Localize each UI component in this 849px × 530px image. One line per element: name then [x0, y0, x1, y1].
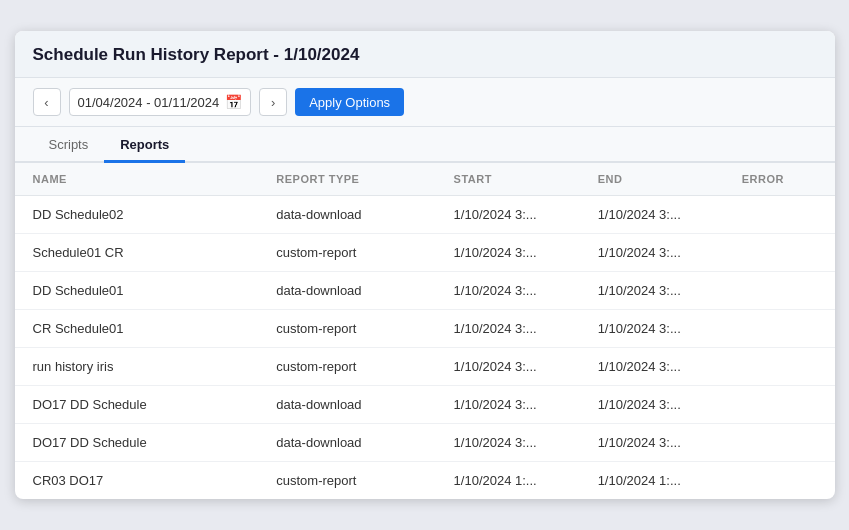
cell-name-2: DD Schedule01: [15, 272, 259, 310]
cell-end-7: 1/10/2024 1:...: [580, 462, 724, 500]
col-header-error: ERROR: [724, 163, 835, 196]
table-row[interactable]: Schedule01 CRcustom-report1/10/2024 3:..…: [15, 234, 835, 272]
cell-name-0: DD Schedule02: [15, 196, 259, 234]
cell-report_type-1: custom-report: [258, 234, 435, 272]
cell-end-1: 1/10/2024 3:...: [580, 234, 724, 272]
cell-end-3: 1/10/2024 3:...: [580, 310, 724, 348]
next-icon: ›: [271, 95, 275, 110]
apply-options-button[interactable]: Apply Options: [295, 88, 404, 116]
calendar-icon: 📅: [225, 94, 242, 110]
cell-start-6: 1/10/2024 3:...: [436, 424, 580, 462]
cell-error-0: [724, 196, 835, 234]
table-row[interactable]: DD Schedule01data-download1/10/2024 3:..…: [15, 272, 835, 310]
cell-report_type-7: custom-report: [258, 462, 435, 500]
page-title: Schedule Run History Report - 1/10/2024: [33, 45, 817, 65]
table-row[interactable]: run history iriscustom-report1/10/2024 3…: [15, 348, 835, 386]
prev-button[interactable]: ‹: [33, 88, 61, 116]
cell-start-7: 1/10/2024 1:...: [436, 462, 580, 500]
cell-report_type-2: data-download: [258, 272, 435, 310]
cell-error-1: [724, 234, 835, 272]
cell-start-5: 1/10/2024 3:...: [436, 386, 580, 424]
cell-start-1: 1/10/2024 3:...: [436, 234, 580, 272]
tabs-bar: Scripts Reports: [15, 127, 835, 163]
cell-error-2: [724, 272, 835, 310]
cell-report_type-5: data-download: [258, 386, 435, 424]
cell-error-3: [724, 310, 835, 348]
cell-error-7: [724, 462, 835, 500]
cell-name-6: DO17 DD Schedule: [15, 424, 259, 462]
prev-icon: ‹: [44, 95, 48, 110]
table-row[interactable]: DD Schedule02data-download1/10/2024 3:..…: [15, 196, 835, 234]
cell-end-6: 1/10/2024 3:...: [580, 424, 724, 462]
table-row[interactable]: CR03 DO17custom-report1/10/2024 1:...1/1…: [15, 462, 835, 500]
table-row[interactable]: CR Schedule01custom-report1/10/2024 3:..…: [15, 310, 835, 348]
cell-name-3: CR Schedule01: [15, 310, 259, 348]
cell-start-3: 1/10/2024 3:...: [436, 310, 580, 348]
cell-start-4: 1/10/2024 3:...: [436, 348, 580, 386]
cell-name-5: DO17 DD Schedule: [15, 386, 259, 424]
cell-name-1: Schedule01 CR: [15, 234, 259, 272]
tab-reports[interactable]: Reports: [104, 127, 185, 163]
next-button[interactable]: ›: [259, 88, 287, 116]
col-header-report-type: REPORT TYPE: [258, 163, 435, 196]
cell-start-0: 1/10/2024 3:...: [436, 196, 580, 234]
table-container: NAME REPORT TYPE START END ERROR DD Sche…: [15, 163, 835, 499]
tab-scripts[interactable]: Scripts: [33, 127, 105, 163]
cell-name-7: CR03 DO17: [15, 462, 259, 500]
cell-end-4: 1/10/2024 3:...: [580, 348, 724, 386]
cell-start-2: 1/10/2024 3:...: [436, 272, 580, 310]
cell-end-2: 1/10/2024 3:...: [580, 272, 724, 310]
table-row[interactable]: DO17 DD Scheduledata-download1/10/2024 3…: [15, 424, 835, 462]
date-range-display[interactable]: 01/04/2024 - 01/11/2024 📅: [69, 88, 252, 116]
cell-error-4: [724, 348, 835, 386]
date-range-text: 01/04/2024 - 01/11/2024: [78, 95, 220, 110]
col-header-start: START: [436, 163, 580, 196]
cell-name-4: run history iris: [15, 348, 259, 386]
cell-report_type-3: custom-report: [258, 310, 435, 348]
cell-end-0: 1/10/2024 3:...: [580, 196, 724, 234]
cell-error-5: [724, 386, 835, 424]
table-header-row: NAME REPORT TYPE START END ERROR: [15, 163, 835, 196]
cell-end-5: 1/10/2024 3:...: [580, 386, 724, 424]
toolbar: ‹ 01/04/2024 - 01/11/2024 📅 › Apply Opti…: [15, 78, 835, 127]
cell-report_type-4: custom-report: [258, 348, 435, 386]
col-header-end: END: [580, 163, 724, 196]
reports-table: NAME REPORT TYPE START END ERROR DD Sche…: [15, 163, 835, 499]
title-bar: Schedule Run History Report - 1/10/2024: [15, 31, 835, 78]
table-row[interactable]: DO17 DD Scheduledata-download1/10/2024 3…: [15, 386, 835, 424]
main-window: Schedule Run History Report - 1/10/2024 …: [15, 31, 835, 499]
cell-report_type-0: data-download: [258, 196, 435, 234]
cell-report_type-6: data-download: [258, 424, 435, 462]
col-header-name: NAME: [15, 163, 259, 196]
cell-error-6: [724, 424, 835, 462]
